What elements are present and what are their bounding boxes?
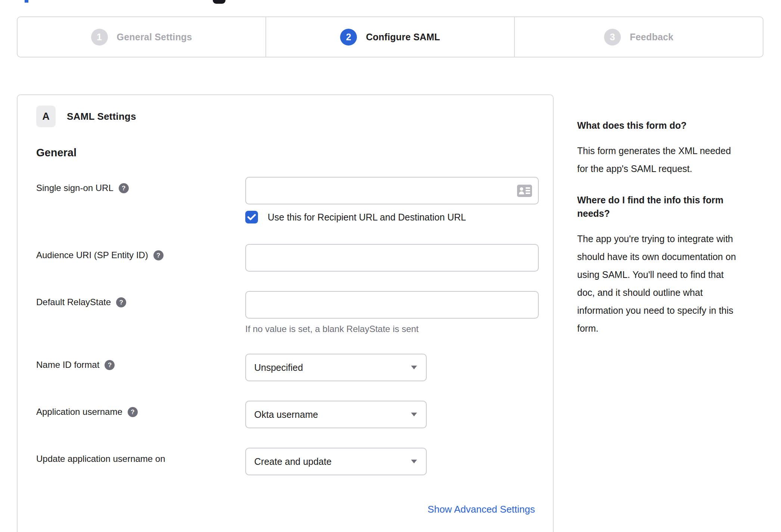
show-advanced-settings-link[interactable]: Show Advanced Settings xyxy=(427,504,535,515)
audience-uri-label: Audience URI (SP Entity ID) xyxy=(36,249,148,261)
update-app-username-select[interactable]: Create and update xyxy=(245,448,427,475)
step-1-label: General Settings xyxy=(117,32,192,43)
configure-saml-page: { "stepper": { "steps": [ { "number": "1… xyxy=(0,0,781,532)
update-app-username-value: Create and update xyxy=(254,456,332,467)
audience-uri-row: Audience URI (SP Entity ID) ? xyxy=(36,244,535,272)
step-feedback[interactable]: 3 Feedback xyxy=(514,17,763,57)
recipient-url-checkbox-row: Use this for Recipient URL and Destinati… xyxy=(245,210,539,225)
sso-url-label: Single sign-on URL xyxy=(36,182,113,194)
name-id-format-label: Name ID format xyxy=(36,359,99,371)
name-id-format-help-icon[interactable]: ? xyxy=(105,360,115,370)
general-section-title: General xyxy=(36,147,535,159)
step-general-settings[interactable]: 1 General Settings xyxy=(18,17,265,57)
step-2-label: Configure SAML xyxy=(366,32,440,43)
contact-card-icon[interactable] xyxy=(517,185,532,197)
name-id-format-select[interactable]: Unspecified xyxy=(245,354,427,381)
default-relaystate-label: Default RelayState xyxy=(36,296,111,308)
recipient-url-checkbox-label: Use this for Recipient URL and Destinati… xyxy=(268,212,466,223)
application-username-field-col: Okta username xyxy=(245,401,535,428)
help-heading-what: What does this form do? xyxy=(577,119,764,132)
application-username-value: Okta username xyxy=(254,409,318,420)
sso-url-field-col: Use this for Recipient URL and Destinati… xyxy=(245,177,539,225)
step-3-label: Feedback xyxy=(630,32,673,43)
panel-title: SAML Settings xyxy=(67,111,136,122)
default-relaystate-help-icon[interactable]: ? xyxy=(116,297,126,307)
update-app-username-field-col: Create and update xyxy=(245,448,535,475)
application-username-help-icon[interactable]: ? xyxy=(128,407,138,417)
update-app-username-row: Update application username on Create an… xyxy=(36,448,535,475)
audience-uri-label-wrap: Audience URI (SP Entity ID) ? xyxy=(36,244,245,272)
clipped-dark-logo-element xyxy=(213,0,225,4)
update-app-username-label: Update application username on xyxy=(36,453,165,465)
name-id-format-field-col: Unspecified xyxy=(245,354,535,381)
step-3-badge: 3 xyxy=(604,29,621,46)
chevron-down-icon xyxy=(411,366,417,369)
panel-header: A SAML Settings xyxy=(36,106,535,127)
chevron-down-icon xyxy=(411,413,417,416)
name-id-format-label-wrap: Name ID format ? xyxy=(36,354,245,381)
audience-uri-field-col xyxy=(245,244,539,272)
application-username-row: Application username ? Okta username xyxy=(36,401,535,428)
default-relaystate-helper: If no value is set, a blank RelayState i… xyxy=(245,324,539,334)
application-username-label: Application username xyxy=(36,406,122,418)
help-heading-where: Where do I find the info this form needs… xyxy=(577,193,764,220)
default-relaystate-field-col: If no value is set, a blank RelayState i… xyxy=(245,291,539,334)
audience-uri-input-wrap xyxy=(245,244,539,272)
name-id-format-value: Unspecified xyxy=(254,362,303,373)
sso-url-help-icon[interactable]: ? xyxy=(119,183,129,193)
sso-url-input-wrap xyxy=(245,177,539,204)
clipped-blue-element xyxy=(25,0,28,3)
step-1-badge: 1 xyxy=(91,29,108,46)
saml-settings-panel: A SAML Settings General Single sign-on U… xyxy=(17,94,554,532)
help-paragraph-what: This form generates the XML needed for t… xyxy=(577,142,764,178)
step-configure-saml[interactable]: 2 Configure SAML xyxy=(265,17,514,57)
help-sidebar: What does this form do? This form genera… xyxy=(577,119,764,353)
recipient-url-checkbox[interactable] xyxy=(245,211,258,223)
application-username-label-wrap: Application username ? xyxy=(36,401,245,428)
sso-url-input[interactable] xyxy=(245,177,539,204)
step-2-badge: 2 xyxy=(340,29,357,46)
default-relaystate-row: Default RelayState ? If no value is set,… xyxy=(36,291,535,334)
default-relaystate-input-wrap xyxy=(245,291,539,319)
wizard-stepper: 1 General Settings 2 Configure SAML 3 Fe… xyxy=(17,16,763,57)
sso-url-label-wrap: Single sign-on URL ? xyxy=(36,177,245,225)
application-username-select[interactable]: Okta username xyxy=(245,401,427,428)
advanced-settings-row: Show Advanced Settings xyxy=(36,504,535,515)
audience-uri-help-icon[interactable]: ? xyxy=(153,250,164,260)
checkmark-icon xyxy=(247,213,256,221)
audience-uri-input[interactable] xyxy=(245,244,539,272)
chevron-down-icon xyxy=(411,460,417,463)
name-id-format-row: Name ID format ? Unspecified xyxy=(36,354,535,381)
update-app-username-label-wrap: Update application username on xyxy=(36,448,245,475)
default-relaystate-label-wrap: Default RelayState ? xyxy=(36,291,245,334)
sso-url-row: Single sign-on URL ? xyxy=(36,177,535,225)
default-relaystate-input[interactable] xyxy=(245,291,539,319)
section-a-badge: A xyxy=(36,106,56,127)
help-paragraph-where: The app you're trying to integrate with … xyxy=(577,230,764,337)
